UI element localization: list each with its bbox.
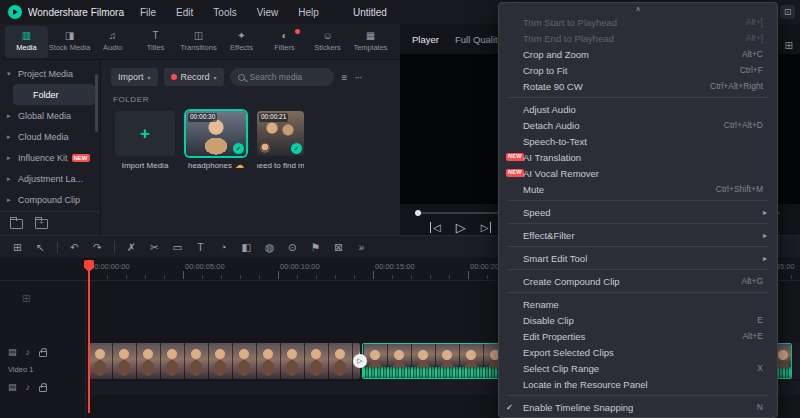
folder-icon[interactable] <box>10 219 23 229</box>
marker-icon[interactable]: ⚑ <box>304 242 327 253</box>
text-tool-icon[interactable]: T <box>189 242 212 253</box>
menu-item-shortcut: E <box>757 315 763 325</box>
menu-item-rename[interactable]: Rename <box>499 296 777 312</box>
menu-item-crop-and-zoom[interactable]: Crop and Zoom Alt+C <box>499 46 777 62</box>
menu-item-smart-edit-tool[interactable]: Smart Edit Tool ▸ <box>499 250 777 266</box>
titlebar-button-icon[interactable]: ⊡ <box>780 5 795 19</box>
menu-file[interactable]: File <box>140 7 156 18</box>
menu-item-ai-vocal-remover[interactable]: NEW AI Vocal Remover <box>499 165 777 181</box>
filter-icon[interactable]: ≡ <box>342 72 347 83</box>
menu-item-locate-in-the-resource-panel[interactable]: Locate in the Resource Panel <box>499 376 777 392</box>
crop-icon[interactable]: ▭ <box>166 242 189 253</box>
mute-track-icon[interactable]: ♪ <box>26 348 31 357</box>
mask-icon[interactable]: ◧ <box>235 242 258 253</box>
pointer-tool-icon[interactable]: ↖ <box>29 242 52 253</box>
menu-item-enable-timeline-snapping[interactable]: ✓ Enable Timeline Snapping N <box>499 399 777 415</box>
filmora-logo-icon <box>8 5 22 19</box>
sidebar-item-adjustment-la[interactable]: ▸ Adjustment La... <box>0 168 100 189</box>
sidebar-item-project-media[interactable]: ▾ Project Media <box>0 63 100 84</box>
sidebar-item-influence-kit[interactable]: ▸ Influence Kit NEW <box>0 147 100 168</box>
sidebar-scrollbar[interactable] <box>95 74 98 132</box>
lock-track-icon[interactable] <box>39 351 47 357</box>
tab-icon: ▦ <box>366 31 375 41</box>
menu-item-label: Smart Edit Tool <box>523 253 751 264</box>
menu-item-create-compound-clip[interactable]: Create Compound Clip Alt+G <box>499 273 777 289</box>
menu-item-trim-start-to-playhead[interactable]: Trim Start to Playhead Alt+[ <box>499 14 777 30</box>
tab-stickers[interactable]: ☺ Stickers <box>306 26 349 58</box>
menu-edit[interactable]: Edit <box>176 7 193 18</box>
lock-track-icon[interactable] <box>39 386 47 392</box>
record-dot-icon <box>171 74 177 80</box>
menu-item-mute[interactable]: Mute Ctrl+Shift+M <box>499 181 777 197</box>
previous-frame-icon[interactable]: ◁ <box>430 222 441 233</box>
menu-item-speed[interactable]: Speed ▸ <box>499 204 777 220</box>
tab-audio[interactable]: ♫ Audio <box>91 26 134 58</box>
next-frame-icon[interactable]: ▷ <box>481 222 492 233</box>
new-folder-icon[interactable] <box>35 219 48 229</box>
media-clip-headphones[interactable]: 00:00:30 ✓ headphones ☁ <box>186 111 246 170</box>
tab-filters[interactable]: ◐ Filters <box>263 26 306 58</box>
menu-item-edit-properties[interactable]: Edit Properties Alt+E <box>499 328 777 344</box>
add-track-icon[interactable]: ⊞ <box>22 293 30 304</box>
tab-effects[interactable]: ✦ Effects <box>220 26 263 58</box>
tabbar: ▥ Media ◨ Stock Media ♫ Audio T Titles <box>0 24 400 60</box>
workspace-icon[interactable]: ⊞ <box>6 242 29 253</box>
menu-item-select-clip-range[interactable]: Select Clip Range X <box>499 360 777 376</box>
menu-item-separator <box>499 289 777 296</box>
panel-layout-icon[interactable]: ⊞ <box>785 40 793 51</box>
timeline-clip-1[interactable] <box>88 343 360 379</box>
tab-titles[interactable]: T Titles <box>134 26 177 58</box>
menu-tools[interactable]: Tools <box>213 7 236 18</box>
chroma-key-icon[interactable]: ◍ <box>258 242 281 253</box>
delete-icon[interactable]: ✗ <box>120 242 143 253</box>
tab-templates[interactable]: ▦ Templates <box>349 26 392 58</box>
menu-help[interactable]: Help <box>298 7 319 18</box>
sidebar-item-global-media[interactable]: ▸ Global Media <box>0 105 100 126</box>
new-badge: NEW <box>506 169 524 178</box>
clip-junction-play-icon[interactable]: ▷ <box>353 354 367 368</box>
tab-icon: T <box>152 31 158 41</box>
menubar-menus: FileEditToolsViewHelp <box>140 7 319 18</box>
playhead-line[interactable] <box>88 261 90 413</box>
sidebar-item-folder[interactable]: Folder <box>13 84 95 105</box>
import-button[interactable]: Import ▾ <box>111 68 158 86</box>
record-voiceover-icon[interactable]: ⊙ <box>281 242 304 253</box>
snapshot-icon[interactable]: ⊠ <box>327 242 350 253</box>
tab-stock-media[interactable]: ◨ Stock Media <box>48 26 91 58</box>
check-badge-icon: ✓ <box>233 143 244 154</box>
menu-item-speech-to-text[interactable]: Speech-to-Text <box>499 133 777 149</box>
scroll-up-icon[interactable]: ∧ <box>499 4 777 14</box>
redo-icon[interactable]: ↷ <box>86 242 109 253</box>
undo-icon[interactable]: ↶ <box>63 242 86 253</box>
menu-view[interactable]: View <box>257 7 279 18</box>
menu-item-trim-end-to-playhead[interactable]: Trim End to Playhead Alt+] <box>499 30 777 46</box>
split-icon[interactable]: ✂ <box>143 242 166 253</box>
record-button[interactable]: Record ▾ <box>164 68 224 86</box>
speed-ramp-icon[interactable]: ◔ <box>212 242 235 253</box>
tab-transitions[interactable]: ◫ Transitions <box>177 26 220 58</box>
media-clip-i-need-to-find[interactable]: 00:00:21 ✓ I need to find m... <box>257 111 304 170</box>
menu-item-ai-translation[interactable]: NEW AI Translation <box>499 149 777 165</box>
menu-item-crop-to-fit[interactable]: Crop to Fit Ctrl+F <box>499 62 777 78</box>
scrubber-handle[interactable] <box>415 210 421 216</box>
menu-item-disable-clip[interactable]: Disable Clip E <box>499 312 777 328</box>
menu-item-gutter: ✓ <box>506 402 523 412</box>
chevron-icon: ▾ <box>7 70 14 78</box>
search-input[interactable] <box>250 72 318 82</box>
more-options-icon[interactable]: ··· <box>354 72 361 83</box>
sidebar-item-cloud-media[interactable]: ▸ Cloud Media <box>0 126 100 147</box>
avatar <box>260 143 270 153</box>
menu-item-detach-audio[interactable]: Detach Audio Ctrl+Alt+D <box>499 117 777 133</box>
import-media-tile[interactable]: + Import Media <box>115 111 175 170</box>
sidebar-item-compound-clip[interactable]: ▸ Compound Clip <box>0 189 100 210</box>
more-tools-icon[interactable]: » <box>350 242 373 253</box>
search-box[interactable] <box>230 68 334 86</box>
menu-item-effect-filter[interactable]: Effect&Filter ▸ <box>499 227 777 243</box>
mute-track-icon[interactable]: ♪ <box>26 383 31 392</box>
menu-item-label: Speed <box>523 207 751 218</box>
menu-item-export-selected-clips[interactable]: Export Selected Clips <box>499 344 777 360</box>
menu-item-adjust-audio[interactable]: Adjust Audio <box>499 101 777 117</box>
play-icon[interactable]: ▷ <box>456 220 466 235</box>
tab-media[interactable]: ▥ Media <box>5 26 48 58</box>
menu-item-rotate-90-cw[interactable]: Rotate 90 CW Ctrl+Alt+Right <box>499 78 777 94</box>
